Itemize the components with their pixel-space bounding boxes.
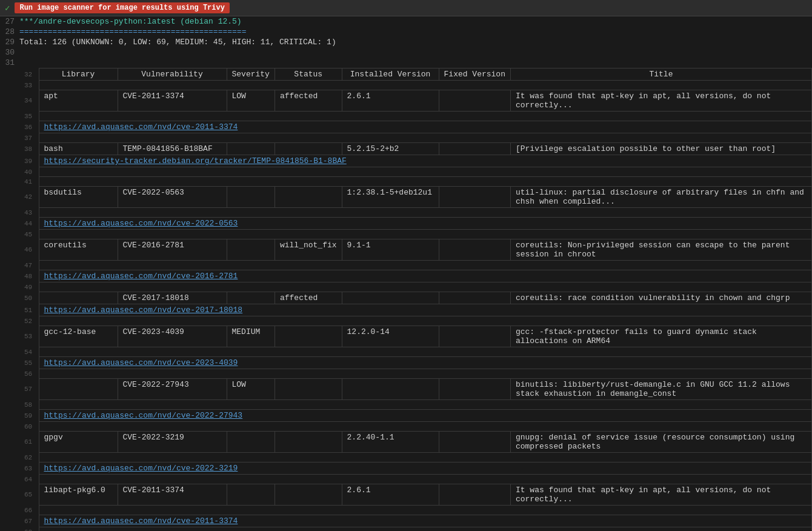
top-bar: ✓ Run image scanner for image results us… bbox=[0, 0, 812, 16]
empty-cell bbox=[39, 230, 812, 239]
vuln-link[interactable]: https://avd.aquasec.com/nvd/cve-2022-321… bbox=[44, 464, 238, 473]
col-title: Title bbox=[510, 68, 811, 81]
vuln-link[interactable]: https://avd.aquasec.com/nvd/cve-2011-337… bbox=[44, 122, 238, 132]
vuln-link[interactable]: https://avd.aquasec.com/nvd/cve-2011-337… bbox=[44, 516, 238, 526]
check-icon: ✓ bbox=[5, 3, 10, 13]
empty-cell bbox=[39, 400, 812, 410]
terminal-content: 27 ***/andre-devsecops-python:latest (de… bbox=[0, 16, 812, 531]
col-installed: Installed Version bbox=[342, 68, 439, 81]
table-row: 65libapt-pkg6.0CVE-2011-33742.6.1It was … bbox=[19, 484, 812, 506]
vuln-link-cell[interactable]: https://avd.aquasec.com/nvd/cve-2017-180… bbox=[39, 304, 812, 316]
table-row: 51https://avd.aquasec.com/nvd/cve-2017-1… bbox=[19, 304, 812, 316]
cell-installed: 2.6.1 bbox=[342, 484, 439, 506]
cell-library: bash bbox=[39, 143, 118, 155]
line-28: 28 =====================================… bbox=[0, 27, 812, 37]
row-line-num: 60 bbox=[19, 422, 39, 432]
row-line-num: 37 bbox=[19, 133, 39, 143]
empty-cell bbox=[39, 261, 812, 270]
cell-vuln: CVE-2022-27943 bbox=[118, 379, 227, 400]
cell-fixed bbox=[439, 239, 510, 261]
table-row: 68 bbox=[19, 527, 812, 532]
table-row: 55https://avd.aquasec.com/nvd/cve-2023-4… bbox=[19, 357, 812, 369]
vuln-table-wrapper: 32 Library Vulnerability Severity Status… bbox=[19, 68, 812, 531]
cell-title: util-linux: partial disclosure of arbitr… bbox=[510, 187, 811, 208]
cell-title: gcc: -fstack-protector fails to guard dy… bbox=[510, 326, 811, 347]
vuln-link-cell[interactable]: https://avd.aquasec.com/nvd/cve-2011-337… bbox=[39, 121, 812, 133]
table-header-row: 32 Library Vulnerability Severity Status… bbox=[19, 68, 812, 81]
cell-library: libapt-pkg6.0 bbox=[39, 484, 118, 506]
row-line-num: 53 bbox=[19, 326, 39, 347]
table-row: 35 bbox=[19, 112, 812, 121]
table-row: 54 bbox=[19, 347, 812, 357]
vuln-link[interactable]: https://avd.aquasec.com/nvd/cve-2016-278… bbox=[44, 272, 238, 281]
cell-severity: LOW bbox=[227, 90, 275, 112]
cell-installed: 5.2.15-2+b2 bbox=[342, 143, 439, 155]
cell-vuln: CVE-2022-0563 bbox=[118, 187, 227, 208]
cell-installed bbox=[342, 379, 439, 400]
vuln-link-cell[interactable]: https://avd.aquasec.com/nvd/cve-2022-321… bbox=[39, 463, 812, 475]
row-line-num: 66 bbox=[19, 506, 39, 515]
cell-title: binutils: libiberty/rust-demangle.c in G… bbox=[510, 379, 811, 400]
vuln-link[interactable]: https://security-tracker.debian.org/trac… bbox=[44, 156, 347, 165]
row-line-num: 47 bbox=[19, 261, 39, 270]
cell-severity bbox=[227, 143, 275, 155]
cell-title: coreutils: race condition vulnerability … bbox=[510, 292, 811, 304]
vuln-link[interactable]: https://avd.aquasec.com/nvd/cve-2022-056… bbox=[44, 219, 238, 228]
empty-cell bbox=[39, 506, 812, 515]
row-line-num: 59 bbox=[19, 410, 39, 422]
cell-fixed bbox=[439, 484, 510, 506]
cell-vuln: CVE-2023-4039 bbox=[118, 326, 227, 347]
cell-vuln: TEMP-0841856-B18BAF bbox=[118, 143, 227, 155]
vuln-link-cell[interactable]: https://avd.aquasec.com/nvd/cve-2016-278… bbox=[39, 270, 812, 282]
table-row: 59https://avd.aquasec.com/nvd/cve-2022-2… bbox=[19, 410, 812, 422]
cell-status bbox=[275, 484, 342, 506]
cell-title: It was found that apt-key in apt, all ve… bbox=[510, 484, 811, 506]
table-line-nums bbox=[0, 68, 19, 531]
vuln-link-cell[interactable]: https://avd.aquasec.com/nvd/cve-2022-279… bbox=[39, 410, 812, 422]
vuln-link[interactable]: https://avd.aquasec.com/nvd/cve-2017-180… bbox=[44, 306, 243, 315]
empty-cell bbox=[39, 81, 812, 90]
line-27: 27 ***/andre-devsecops-python:latest (de… bbox=[0, 16, 812, 27]
row-line-num: 42 bbox=[19, 187, 39, 208]
cell-library: coreutils bbox=[39, 239, 118, 261]
cell-vuln: CVE-2011-3374 bbox=[118, 484, 227, 506]
vuln-link-cell[interactable]: https://security-tracker.debian.org/trac… bbox=[39, 155, 812, 167]
row-line-num: 68 bbox=[19, 527, 39, 532]
row-line-num: 40 bbox=[19, 167, 39, 177]
table-row: 48https://avd.aquasec.com/nvd/cve-2016-2… bbox=[19, 270, 812, 282]
empty-cell bbox=[39, 112, 812, 121]
line-30: 30 bbox=[0, 47, 812, 58]
empty-cell bbox=[39, 453, 812, 463]
header-line-num: 32 bbox=[19, 68, 39, 81]
vuln-link-cell[interactable]: https://avd.aquasec.com/nvd/cve-2023-403… bbox=[39, 357, 812, 369]
vuln-link-cell[interactable]: https://avd.aquasec.com/nvd/cve-2022-056… bbox=[39, 218, 812, 230]
vuln-link[interactable]: https://avd.aquasec.com/nvd/cve-2023-403… bbox=[44, 358, 238, 367]
table-row: 38bashTEMP-0841856-B18BAF5.2.15-2+b2[Pri… bbox=[19, 143, 812, 155]
row-line-num: 39 bbox=[19, 155, 39, 167]
row-line-num: 44 bbox=[19, 218, 39, 230]
row-line-num: 56 bbox=[19, 369, 39, 379]
cell-fixed bbox=[439, 90, 510, 112]
table-row: 43 bbox=[19, 208, 812, 218]
vuln-link[interactable]: https://avd.aquasec.com/nvd/cve-2022-279… bbox=[44, 411, 243, 420]
vuln-link-cell[interactable]: https://avd.aquasec.com/nvd/cve-2011-337… bbox=[39, 515, 812, 527]
row-line-num: 41 bbox=[19, 177, 39, 187]
table-row: 39https://security-tracker.debian.org/tr… bbox=[19, 155, 812, 167]
row-line-num: 58 bbox=[19, 400, 39, 410]
cell-vuln: CVE-2017-18018 bbox=[118, 292, 227, 304]
cell-severity bbox=[227, 187, 275, 208]
empty-cell bbox=[39, 177, 812, 187]
col-library: Library bbox=[39, 68, 118, 81]
cell-severity bbox=[227, 239, 275, 261]
row-line-num: 49 bbox=[19, 282, 39, 292]
row-line-num: 55 bbox=[19, 357, 39, 369]
table-row: 36https://avd.aquasec.com/nvd/cve-2011-3… bbox=[19, 121, 812, 133]
table-row: 53gcc-12-baseCVE-2023-4039MEDIUM12.2.0-1… bbox=[19, 326, 812, 347]
row-line-num: 45 bbox=[19, 230, 39, 239]
table-row: 47 bbox=[19, 261, 812, 270]
row-line-num: 46 bbox=[19, 239, 39, 261]
row-line-num: 67 bbox=[19, 515, 39, 527]
cell-title: [Privilege escalation possible to other … bbox=[510, 143, 811, 155]
cell-vuln: CVE-2022-3219 bbox=[118, 432, 227, 453]
empty-cell bbox=[39, 316, 812, 326]
